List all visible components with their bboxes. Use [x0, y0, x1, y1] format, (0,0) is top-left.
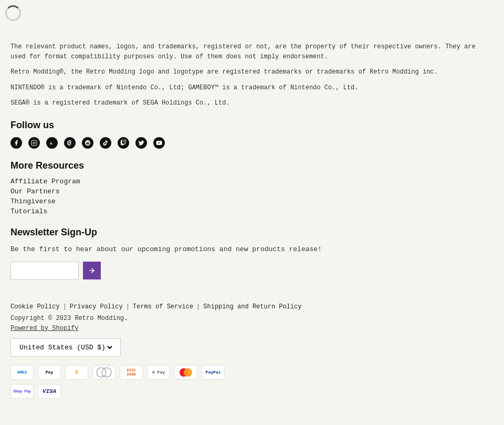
amex-icon: AMEX	[10, 365, 34, 380]
country-selector-wrapper: United States (USD $)	[10, 338, 494, 365]
mastercard-icon	[174, 365, 197, 380]
separator-3: |	[196, 303, 200, 310]
trademark-line3: NINTENDO® is a trademark of Nintendo Co.…	[10, 83, 494, 93]
our-partners-link[interactable]: Our Partners	[10, 188, 494, 195]
separator-1: |	[63, 303, 67, 310]
affiliate-program-link[interactable]: Affiliate Program	[10, 178, 494, 185]
separator-2: |	[126, 303, 130, 310]
twitch-icon[interactable]	[118, 137, 129, 149]
follow-us-heading: Follow us	[10, 120, 494, 131]
footer-section: The relevant product names, logos, and t…	[0, 32, 504, 409]
cookie-policy-link[interactable]: Cookie Policy	[10, 303, 60, 310]
shop-pay-icon: Shop Pay	[10, 384, 34, 399]
newsletter-submit-button[interactable]	[83, 262, 101, 279]
loading-spinner	[5, 5, 21, 21]
pinterest-icon[interactable]	[64, 137, 76, 149]
kickstarter-icon[interactable]: K	[46, 137, 58, 149]
powered-by-shopify-link[interactable]: Powered by Shopify	[10, 325, 79, 332]
terms-of-service-link[interactable]: Terms of Service	[133, 303, 193, 310]
twitter-icon[interactable]	[135, 137, 147, 149]
tutorials-link[interactable]: Tutorials	[10, 208, 494, 215]
trademark-line2: Retro Modding®, the Retro Modding logo a…	[10, 67, 494, 77]
bitcoin-icon: ₿	[65, 365, 88, 380]
svg-rect-0	[32, 140, 37, 146]
svg-text:K: K	[50, 141, 53, 145]
social-icons-row: K	[10, 137, 494, 149]
footer-bottom: Cookie Policy | Privacy Policy | Terms o…	[10, 295, 494, 399]
youtube-icon[interactable]	[153, 137, 165, 149]
footer-links-row: Cookie Policy | Privacy Policy | Terms o…	[10, 303, 494, 310]
newsletter-section: Newsletter Sign-Up Be the first to hear …	[10, 227, 494, 279]
shipping-return-policy-link[interactable]: Shipping and Return Policy	[203, 303, 301, 310]
newsletter-email-input[interactable]	[10, 262, 79, 279]
more-resources-section: More Resources Affiliate Program Our Par…	[10, 160, 494, 215]
newsletter-heading: Newsletter Sign-Up	[10, 227, 494, 238]
facebook-icon[interactable]	[10, 137, 22, 149]
apple-pay-icon: Pay	[38, 365, 61, 380]
tiktok-icon[interactable]	[100, 137, 111, 149]
privacy-policy-link[interactable]: Privacy Policy	[70, 303, 123, 310]
trademark-block: The relevant product names, logos, and t…	[10, 42, 494, 108]
svg-point-5	[97, 368, 106, 377]
newsletter-form	[10, 262, 494, 279]
copyright-text: Copyright © 2023 Retro Modding.	[10, 315, 494, 322]
payment-icons-row2: Shop Pay VISA	[10, 384, 494, 399]
follow-us-section: Follow us K	[10, 120, 494, 149]
arrow-right-icon	[88, 267, 96, 274]
payment-icons-row1: AMEX Pay ₿ DISCOVER G Pay PayPal	[10, 365, 494, 380]
country-select[interactable]: United States (USD $)	[17, 343, 114, 352]
discover-icon: DISCOVER	[120, 365, 143, 380]
visa-icon: VISA	[38, 384, 61, 399]
newsletter-description: Be the first to hear about our upcoming …	[10, 244, 494, 255]
thingiverse-link[interactable]: Thingiverse	[10, 198, 494, 205]
country-selector[interactable]: United States (USD $)	[10, 338, 121, 357]
reddit-icon[interactable]	[82, 137, 93, 149]
trademark-line1: The relevant product names, logos, and t…	[10, 42, 494, 62]
more-resources-heading: More Resources	[10, 160, 494, 171]
instagram-icon[interactable]	[28, 137, 40, 149]
trademark-line4: SEGA® is a registered trademark of SEGA …	[10, 98, 494, 108]
diners-icon	[92, 365, 116, 380]
paypal-icon: PayPal	[202, 365, 225, 380]
svg-point-6	[102, 368, 111, 377]
google-pay-icon: G Pay	[147, 365, 170, 380]
